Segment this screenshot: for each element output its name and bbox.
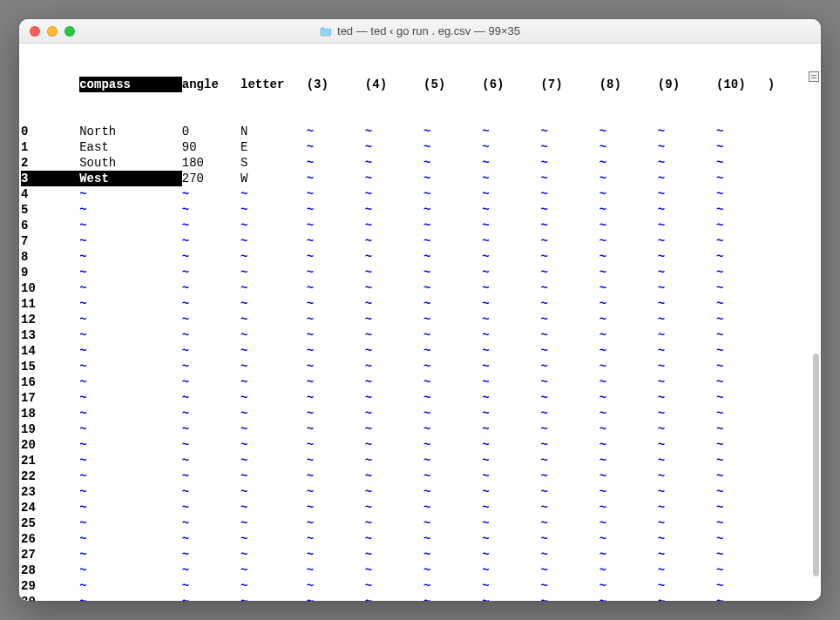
data-cell[interactable]: S: [240, 155, 307, 171]
empty-cell[interactable]: ~: [79, 312, 182, 327]
empty-cell[interactable]: ~: [365, 468, 423, 484]
empty-cell[interactable]: ~: [600, 233, 658, 249]
data-cell[interactable]: E: [240, 139, 307, 155]
empty-cell[interactable]: ~: [423, 296, 482, 312]
empty-cell[interactable]: ~: [182, 312, 240, 327]
empty-cell[interactable]: ~: [482, 437, 540, 453]
empty-cell[interactable]: ~: [540, 563, 599, 578]
empty-cell[interactable]: ~: [658, 186, 716, 202]
empty-cell[interactable]: ~: [658, 233, 716, 249]
empty-cell[interactable]: ~: [423, 374, 482, 390]
empty-cell[interactable]: ~: [182, 390, 240, 406]
table-row[interactable]: 27~~~~~~~~~~~: [21, 547, 821, 563]
empty-cell[interactable]: ~: [365, 406, 423, 421]
data-cell[interactable]: N: [240, 124, 307, 139]
empty-cell[interactable]: ~: [240, 516, 307, 531]
empty-cell[interactable]: ~: [482, 155, 540, 171]
empty-cell[interactable]: ~: [600, 594, 658, 601]
empty-cell[interactable]: ~: [307, 202, 365, 218]
minimize-icon[interactable]: [47, 26, 58, 37]
empty-cell[interactable]: ~: [423, 516, 482, 531]
empty-cell[interactable]: ~: [365, 265, 423, 280]
empty-cell[interactable]: ~: [482, 359, 540, 374]
empty-cell[interactable]: ~: [79, 374, 182, 390]
empty-cell[interactable]: ~: [716, 374, 768, 390]
empty-cell[interactable]: ~: [240, 343, 307, 359]
empty-cell[interactable]: ~: [540, 500, 599, 516]
empty-cell[interactable]: ~: [482, 249, 540, 265]
empty-cell[interactable]: ~: [182, 202, 240, 218]
data-cell[interactable]: West: [79, 171, 182, 186]
empty-cell[interactable]: ~: [240, 594, 307, 601]
empty-cell[interactable]: ~: [600, 155, 658, 171]
empty-cell[interactable]: ~: [716, 453, 768, 468]
empty-cell[interactable]: ~: [716, 202, 768, 218]
empty-cell[interactable]: ~: [600, 453, 658, 468]
empty-cell[interactable]: ~: [540, 421, 599, 437]
empty-cell[interactable]: ~: [716, 406, 768, 421]
close-icon[interactable]: [30, 26, 40, 37]
empty-cell[interactable]: ~: [540, 327, 599, 343]
empty-cell[interactable]: ~: [423, 563, 482, 578]
table-row[interactable]: 26~~~~~~~~~~~: [21, 531, 821, 547]
empty-cell[interactable]: ~: [658, 390, 716, 406]
empty-cell[interactable]: ~: [482, 233, 540, 249]
empty-cell[interactable]: ~: [423, 453, 482, 468]
empty-cell[interactable]: ~: [240, 547, 307, 563]
empty-cell[interactable]: ~: [482, 296, 540, 312]
empty-cell[interactable]: ~: [79, 516, 182, 531]
empty-cell[interactable]: ~: [240, 563, 307, 578]
empty-cell[interactable]: ~: [240, 249, 307, 265]
empty-cell[interactable]: ~: [540, 390, 599, 406]
zoom-icon[interactable]: [64, 26, 75, 37]
empty-cell[interactable]: ~: [79, 500, 182, 516]
empty-cell[interactable]: ~: [79, 453, 182, 468]
empty-cell[interactable]: ~: [716, 531, 768, 547]
data-cell[interactable]: 180: [182, 155, 240, 171]
empty-cell[interactable]: ~: [423, 359, 482, 374]
empty-cell[interactable]: ~: [240, 453, 307, 468]
empty-cell[interactable]: ~: [540, 374, 599, 390]
table-row[interactable]: 19~~~~~~~~~~~: [21, 421, 821, 437]
empty-cell[interactable]: ~: [307, 374, 365, 390]
data-cell[interactable]: 270: [182, 171, 240, 186]
empty-cell[interactable]: ~: [423, 343, 482, 359]
empty-cell[interactable]: ~: [716, 139, 768, 155]
empty-cell[interactable]: ~: [307, 327, 365, 343]
table-row[interactable]: 9~~~~~~~~~~~: [21, 265, 821, 280]
empty-cell[interactable]: ~: [307, 594, 365, 601]
empty-cell[interactable]: ~: [79, 531, 182, 547]
empty-cell[interactable]: ~: [540, 578, 599, 594]
empty-cell[interactable]: ~: [600, 265, 658, 280]
data-cell[interactable]: W: [240, 171, 307, 186]
table-row[interactable]: 11~~~~~~~~~~~: [21, 296, 821, 312]
empty-cell[interactable]: ~: [540, 171, 599, 186]
empty-cell[interactable]: ~: [716, 578, 768, 594]
empty-cell[interactable]: ~: [540, 484, 599, 500]
empty-cell[interactable]: ~: [79, 547, 182, 563]
empty-cell[interactable]: ~: [79, 186, 182, 202]
empty-cell[interactable]: ~: [423, 155, 482, 171]
empty-cell[interactable]: ~: [182, 374, 240, 390]
empty-cell[interactable]: ~: [600, 296, 658, 312]
empty-cell[interactable]: ~: [482, 124, 540, 139]
empty-cell[interactable]: ~: [716, 327, 768, 343]
table-row[interactable]: 2South180S~~~~~~~~: [21, 155, 821, 171]
empty-cell[interactable]: ~: [307, 296, 365, 312]
empty-cell[interactable]: ~: [79, 202, 182, 218]
empty-cell[interactable]: ~: [540, 202, 599, 218]
empty-cell[interactable]: ~: [658, 578, 716, 594]
empty-cell[interactable]: ~: [482, 202, 540, 218]
empty-cell[interactable]: ~: [600, 343, 658, 359]
empty-cell[interactable]: ~: [600, 202, 658, 218]
empty-cell[interactable]: ~: [482, 468, 540, 484]
empty-cell[interactable]: ~: [365, 327, 423, 343]
empty-cell[interactable]: ~: [240, 374, 307, 390]
empty-cell[interactable]: ~: [482, 265, 540, 280]
empty-cell[interactable]: ~: [365, 280, 423, 296]
empty-cell[interactable]: ~: [307, 437, 365, 453]
empty-cell[interactable]: ~: [716, 171, 768, 186]
empty-cell[interactable]: ~: [79, 578, 182, 594]
empty-cell[interactable]: ~: [307, 547, 365, 563]
empty-cell[interactable]: ~: [365, 390, 423, 406]
